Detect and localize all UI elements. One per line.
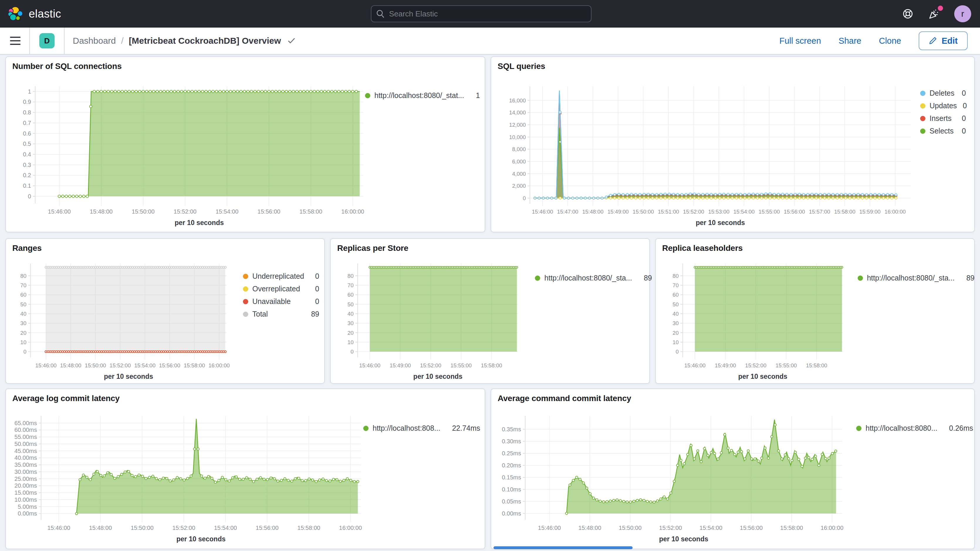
series-label: http://localhost:808... xyxy=(372,424,441,433)
legend-item[interactable]: Updates0 xyxy=(920,99,966,112)
panel-number-of-sql-connections: Number of SQL connections 10.90.80.70.60… xyxy=(5,56,485,233)
chart-canvas: 0.35ms0.30ms0.25ms0.20ms0.15ms0.10ms0.05… xyxy=(491,389,974,549)
svg-text:50: 50 xyxy=(673,301,679,307)
divider xyxy=(64,27,65,54)
svg-text:40: 40 xyxy=(20,311,26,317)
svg-text:20: 20 xyxy=(20,330,26,336)
legend-item[interactable]: http://localhost:808...22.74ms xyxy=(363,422,480,435)
svg-text:15:56:00: 15:56:00 xyxy=(256,525,279,531)
svg-text:10: 10 xyxy=(20,339,26,346)
svg-text:12,000: 12,000 xyxy=(509,122,526,128)
svg-text:2,000: 2,000 xyxy=(512,183,526,189)
global-search xyxy=(371,5,592,22)
legend-item[interactable]: http://localhost:8080/_sta...89 xyxy=(858,272,975,284)
svg-text:0.7: 0.7 xyxy=(23,120,31,126)
series-value: 0.26ms xyxy=(943,424,973,433)
legend-item[interactable]: http://localhost:8080/_sta...89 xyxy=(535,272,652,284)
svg-text:15:57:00: 15:57:00 xyxy=(809,209,830,215)
svg-text:15:58:00: 15:58:00 xyxy=(184,362,205,368)
app-header: elastic xyxy=(0,0,980,27)
svg-text:30.00ms: 30.00ms xyxy=(14,468,37,475)
newsfeed-icon[interactable] xyxy=(928,7,941,20)
space-badge[interactable]: D xyxy=(39,33,54,48)
x-axis-unit-label: per 10 seconds xyxy=(175,219,224,227)
legend-item[interactable]: Selects0 xyxy=(920,125,966,137)
legend-item[interactable]: http://localhost:8080/_stat...1 xyxy=(365,89,480,102)
series-label: Underreplicated xyxy=(252,272,304,280)
user-avatar[interactable]: r xyxy=(954,5,971,22)
svg-text:0.35ms: 0.35ms xyxy=(502,426,521,433)
svg-text:15:54:00: 15:54:00 xyxy=(700,525,722,531)
legend-item[interactable]: Deletes0 xyxy=(920,87,966,99)
chart-average-command-commit-latency[interactable]: 0.35ms0.30ms0.25ms0.20ms0.15ms0.10ms0.05… xyxy=(491,389,974,549)
svg-text:15:54:00: 15:54:00 xyxy=(214,525,237,531)
svg-text:0: 0 xyxy=(675,349,678,355)
svg-text:15:56:00: 15:56:00 xyxy=(258,208,280,215)
help-icon[interactable] xyxy=(901,7,914,20)
svg-text:20.00ms: 20.00ms xyxy=(14,483,37,489)
chart-number-of-sql-connections[interactable]: 10.90.80.70.60.50.40.30.20.1015:46:0015:… xyxy=(6,57,485,232)
svg-text:0.25ms: 0.25ms xyxy=(502,450,521,457)
svg-text:15:56:00: 15:56:00 xyxy=(740,525,763,531)
legend-item[interactable]: Total89 xyxy=(243,308,319,320)
svg-text:0: 0 xyxy=(351,349,353,355)
legend-item[interactable]: Unavailable0 xyxy=(243,295,319,308)
menu-icon[interactable] xyxy=(10,37,21,45)
svg-text:16,000: 16,000 xyxy=(509,97,526,104)
svg-text:15:55:00: 15:55:00 xyxy=(775,362,797,368)
clone-button[interactable]: Clone xyxy=(879,36,901,46)
svg-text:40: 40 xyxy=(348,311,354,317)
share-button[interactable]: Share xyxy=(838,36,861,46)
svg-text:60.00ms: 60.00ms xyxy=(14,427,37,433)
legend-item[interactable]: Underreplicated0 xyxy=(243,270,319,283)
legend-item[interactable]: Inserts0 xyxy=(920,112,966,125)
x-axis-unit-label: per 10 seconds xyxy=(104,373,153,381)
chart-legend: http://localhost:8080/_sta...89 xyxy=(535,272,652,284)
panel-row: Average log commit latency 65.00ms60.00m… xyxy=(0,389,980,549)
series-value: 0 xyxy=(309,297,319,306)
legend-item[interactable]: Overreplicated0 xyxy=(243,283,319,295)
svg-text:55.00ms: 55.00ms xyxy=(14,434,37,440)
svg-text:15:49:00: 15:49:00 xyxy=(608,209,628,215)
chart-legend: http://localhost:8080/_stat...1 xyxy=(365,89,480,102)
breadcrumb-dashboard-link[interactable]: Dashboard xyxy=(73,36,116,46)
chart-canvas: 65.00ms60.00ms55.00ms50.00ms45.00ms40.00… xyxy=(6,389,485,549)
header-actions: r xyxy=(901,5,980,22)
chart-replicas-per-store[interactable]: 8070605040302010015:46:0015:49:0015:52:0… xyxy=(331,239,649,383)
series-selects xyxy=(534,128,897,199)
svg-text:80: 80 xyxy=(20,273,26,279)
chart-sql-queries[interactable]: 16,00014,00012,00010,0008,0006,0004,0002… xyxy=(491,57,974,232)
svg-text:15:54:00: 15:54:00 xyxy=(134,362,156,368)
search-input[interactable] xyxy=(371,5,592,22)
svg-text:15:58:00: 15:58:00 xyxy=(299,208,322,215)
panel-sql-queries: SQL queries 16,00014,00012,00010,0008,00… xyxy=(491,56,975,233)
svg-text:15:56:00: 15:56:00 xyxy=(159,362,180,368)
series-color-dot xyxy=(243,312,248,317)
svg-text:15:58:00: 15:58:00 xyxy=(806,362,827,368)
full-screen-button[interactable]: Full screen xyxy=(779,36,821,46)
panel-row: Ranges 8070605040302010015:46:0015:48:00… xyxy=(0,238,980,384)
svg-text:80: 80 xyxy=(673,273,679,279)
page-title[interactable]: [Metricbeat CockroachDB] Overview xyxy=(129,36,281,46)
brand-name: elastic xyxy=(29,8,61,20)
edit-button[interactable]: Edit xyxy=(919,32,968,50)
series-color-dot xyxy=(856,426,861,431)
svg-text:0.3: 0.3 xyxy=(23,162,31,168)
chart-replica-leaseholders[interactable]: 8070605040302010015:46:0015:49:0015:52:0… xyxy=(656,239,974,383)
svg-text:60: 60 xyxy=(20,291,26,298)
elastic-logo[interactable]: elastic xyxy=(0,6,61,21)
chart-average-log-commit-latency[interactable]: 65.00ms60.00ms55.00ms50.00ms45.00ms40.00… xyxy=(6,389,485,549)
svg-text:0: 0 xyxy=(28,193,31,199)
panel-ranges: Ranges 8070605040302010015:46:0015:48:00… xyxy=(5,238,325,384)
svg-text:15:59:00: 15:59:00 xyxy=(859,209,881,215)
series-color-dot xyxy=(858,276,863,281)
series-value: 0 xyxy=(957,102,967,110)
svg-text:15:50:00: 15:50:00 xyxy=(619,525,642,531)
svg-text:16:00:00: 16:00:00 xyxy=(821,525,843,531)
check-icon[interactable] xyxy=(287,37,296,45)
svg-text:15:48:00: 15:48:00 xyxy=(582,209,603,215)
horizontal-scrollbar-thumb[interactable] xyxy=(493,546,633,549)
divider xyxy=(29,27,30,54)
legend-item[interactable]: http://localhost:8080...0.26ms xyxy=(856,422,973,435)
svg-text:0: 0 xyxy=(523,195,526,201)
